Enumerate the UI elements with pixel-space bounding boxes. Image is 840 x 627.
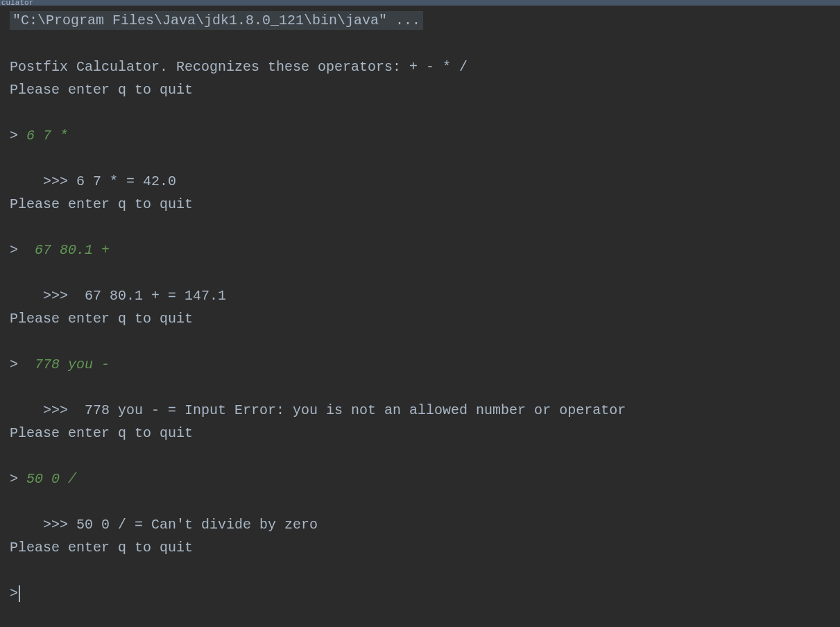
blank — [10, 559, 840, 582]
result-line: >>> 778 you - = Input Error: you is not … — [10, 399, 840, 422]
blank — [10, 376, 840, 399]
console-output[interactable]: "C:\Program Files\Java\jdk1.8.0_121\bin\… — [0, 6, 840, 605]
prompt-symbol: > — [10, 585, 18, 601]
prompt-symbol: > — [10, 471, 26, 487]
header-title: culator — [1, 0, 33, 6]
prompt-line: > 778 you - — [10, 353, 840, 376]
active-prompt-line[interactable]: > — [10, 582, 840, 605]
result-line: >>> 50 0 / = Can't divide by zero — [10, 513, 840, 536]
user-input: 50 0 / — [26, 471, 76, 487]
prompt-symbol: > — [10, 357, 26, 372]
prompt-symbol: > — [10, 128, 26, 144]
user-input: 67 80.1 + — [26, 242, 110, 258]
quit-message: Please enter q to quit — [10, 307, 840, 330]
blank — [10, 490, 840, 513]
text-cursor — [19, 585, 20, 602]
user-input: 6 7 * — [26, 128, 68, 144]
blank — [10, 330, 840, 353]
prompt-line: > 6 7 * — [10, 124, 840, 147]
blank — [10, 147, 840, 170]
quit-message: Please enter q to quit — [10, 536, 840, 559]
java-command: "C:\Program Files\Java\jdk1.8.0_121\bin\… — [10, 11, 423, 30]
result-line: >>> 6 7 * = 42.0 — [10, 170, 840, 193]
blank — [10, 261, 840, 284]
blank — [10, 101, 840, 124]
intro-line: Postfix Calculator. Recognizes these ope… — [10, 55, 840, 78]
prompt-line: > 50 0 / — [10, 467, 840, 490]
result-line: >>> 67 80.1 + = 147.1 — [10, 284, 840, 307]
console-header-bar: culator — [0, 0, 840, 6]
quit-message: Please enter q to quit — [10, 422, 840, 445]
blank — [10, 216, 840, 239]
user-input: 778 you - — [26, 357, 110, 372]
prompt-line: > 67 80.1 + — [10, 239, 840, 261]
blank — [10, 445, 840, 467]
quit-message: Please enter q to quit — [10, 193, 840, 216]
prompt-symbol: > — [10, 242, 26, 258]
blank — [10, 33, 840, 55]
quit-message: Please enter q to quit — [10, 78, 840, 101]
